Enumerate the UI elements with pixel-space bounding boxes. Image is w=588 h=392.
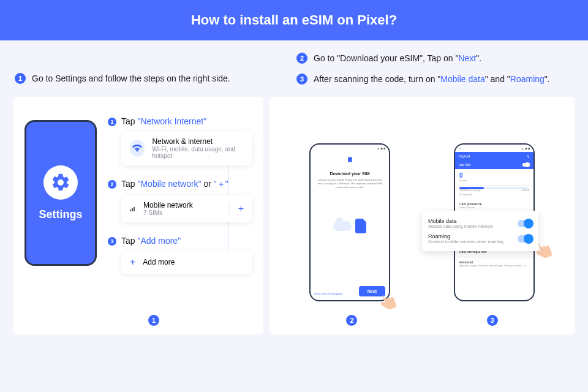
step-badge-3: 3: [296, 74, 307, 85]
row-mobile-data: Mobile data Access data using mobile net…: [428, 216, 532, 231]
substep-3-title: Tap "Add more": [121, 236, 252, 246]
phone-mock-2-wrap: ▴ ▰ ■ Download your SIM Connect to your …: [309, 143, 390, 301]
panels: Settings 1 Tap "Network Internet" Networ…: [0, 92, 588, 334]
instruction-2: 2 Go to "Download your eSIM", Tap on "Ne…: [296, 53, 573, 64]
instruction-2-text: Go to "Download your eSIM", Tap on "Next…: [314, 53, 481, 63]
download-sim-desc: Connect to your mobile network by downlo…: [311, 176, 389, 189]
back-arrow-icon: ←: [459, 146, 462, 150]
signal-icon: [130, 206, 136, 211]
sim-icon: [311, 156, 389, 163]
phone-mock-download-sim: ▴ ▰ ■ Download your SIM Connect to your …: [309, 143, 390, 301]
substep-badge-2: 2: [108, 180, 116, 189]
settings-label: Settings: [39, 208, 82, 221]
card-title: Mobile network: [143, 201, 193, 209]
card-sub: 7 SIMs: [143, 209, 193, 216]
phone-settings-mock: Settings: [24, 110, 97, 323]
substep-2: 2 Tap "Mobile network" or "＋" Mobile net…: [108, 179, 252, 222]
substep-badge-3: 3: [108, 237, 116, 246]
download-sim-title: Download your SIM: [311, 172, 389, 176]
phone-mock-3-wrap: ← ▴ ▰ ■ Digicel ✎ Use SIM 0 B used 2.0: [454, 143, 535, 301]
card-title: Network & internet: [152, 137, 244, 146]
overlay-toggles: Mobile data Access data using mobile net…: [422, 211, 538, 251]
instruction-1: 1 Go to Settings and follow the steps on…: [15, 53, 272, 85]
next-button[interactable]: Next: [359, 286, 385, 296]
substep-1: 1 Tap "Network Internet" Network & inter…: [108, 116, 252, 165]
card-network-internet: Network & internet Wi-Fi, mobile, data u…: [121, 131, 252, 165]
link-next: Next: [458, 53, 476, 63]
substep-1-title: Tap "Network Internet": [121, 116, 252, 126]
card-add-more: + Add more: [121, 251, 252, 274]
status-bar: ▴ ▰ ■: [311, 145, 389, 152]
substep-badge-1: 1: [108, 118, 116, 126]
substep-3: 3 Tap "Add more" + Add more: [108, 236, 252, 274]
carrier-header: Digicel ✎: [455, 152, 533, 160]
pencil-icon: ✎: [527, 154, 530, 159]
advanced: Advanced App data usage, Preferred netwo…: [455, 257, 533, 270]
usage-section: 0 B used: [455, 169, 533, 186]
card-mobile-network: Mobile network 7 SIMs +: [121, 195, 252, 222]
page-title: How to install an eSIM on Pixel?: [191, 12, 397, 28]
link-mobile-data: Mobile data: [440, 74, 484, 84]
instruction-1-text: Go to Settings and follow the steps on t…: [32, 74, 230, 83]
card-sub: Wi-Fi, mobile, data usage, and hotspot: [152, 146, 244, 159]
row-roaming: Roaming Connect to data services when ro…: [428, 231, 532, 246]
download-illustration: [325, 214, 374, 238]
panel-settings-steps: Settings 1 Tap "Network Internet" Networ…: [13, 97, 263, 334]
instructions-right: 2 Go to "Download your eSIM", Tap on "Ne…: [296, 53, 573, 85]
cloud-icon: [333, 221, 352, 231]
step-badge-2: 2: [296, 53, 307, 64]
toggle-icon: [522, 163, 530, 167]
step-badge-1: 1: [15, 73, 26, 84]
use-sim-row: Use SIM: [455, 160, 533, 169]
toggle-roaming[interactable]: [518, 235, 532, 243]
page-header: How to install an eSIM on Pixel?: [0, 0, 588, 40]
gear-icon: [43, 165, 78, 200]
top-instructions: 1 Go to Settings and follow the steps on…: [0, 40, 588, 92]
phone-frame: Settings: [24, 120, 97, 266]
status-bar: ← ▴ ▰ ■: [455, 145, 533, 152]
panel-phone-mocks: ▴ ▰ ■ Download your SIM Connect to your …: [270, 97, 575, 334]
plus-icon: +: [130, 257, 135, 268]
data-bar: [459, 187, 529, 189]
instruction-3: 3 After scanning the code, turn on "Mobi…: [296, 74, 573, 85]
toggle-mobile-data[interactable]: [518, 220, 532, 227]
panel-badge-2: 2: [346, 315, 357, 326]
card-title: Add more: [143, 258, 175, 266]
substeps: 1 Tap "Network Internet" Network & inter…: [108, 110, 252, 323]
plus-icon: +: [229, 203, 244, 214]
footer-links: Learn more Privacy policy: [314, 292, 342, 295]
wifi-icon: [130, 140, 145, 157]
instruction-3-text: After scanning the code, turn on "Mobile…: [314, 74, 550, 84]
sim-chip-icon: [355, 219, 366, 233]
substep-2-title: Tap "Mobile network" or "＋": [121, 179, 252, 190]
link-roaming: Roaming: [510, 74, 545, 84]
panel-badge-3: 3: [487, 315, 498, 326]
panel-badge-1: 1: [148, 315, 159, 326]
